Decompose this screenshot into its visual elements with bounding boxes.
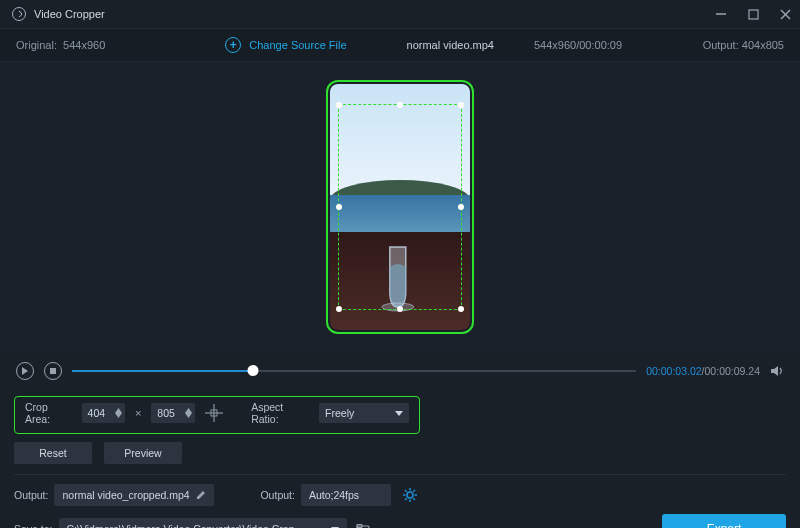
change-source-button[interactable]: + Change Source File xyxy=(225,37,346,53)
glass-illustration xyxy=(376,241,420,315)
svg-line-22 xyxy=(413,498,415,500)
output-format-field[interactable]: Auto;24fps xyxy=(301,484,391,506)
svg-line-21 xyxy=(405,490,407,492)
svg-marker-11 xyxy=(185,413,192,418)
crop-width-input[interactable]: 404 xyxy=(82,403,125,423)
video-preview[interactable] xyxy=(0,62,800,352)
stepper-icon[interactable] xyxy=(185,408,192,418)
timeline-thumb[interactable] xyxy=(247,365,258,376)
source-info-bar: Original: 544x960 + Change Source File n… xyxy=(0,28,800,62)
svg-line-24 xyxy=(405,498,407,500)
source-dimensions-duration: 544x960/00:00:09 xyxy=(534,39,622,51)
minimize-icon[interactable] xyxy=(714,7,728,21)
stop-button[interactable] xyxy=(44,362,62,380)
plus-icon: + xyxy=(225,37,241,53)
svg-marker-15 xyxy=(395,411,403,416)
original-label: Original: 544x960 xyxy=(16,39,105,51)
output-dimensions: Output: 404x805 xyxy=(703,39,784,51)
crop-area-label: Crop Area: xyxy=(25,401,72,425)
settings-icon[interactable] xyxy=(403,488,417,502)
svg-line-23 xyxy=(413,490,415,492)
svg-point-4 xyxy=(382,303,414,311)
play-button[interactable] xyxy=(16,362,34,380)
aspect-ratio-label: Aspect Ratio: xyxy=(251,401,309,425)
output-filename-field[interactable]: normal video_cropped.mp4 xyxy=(54,484,214,506)
timeline-slider[interactable] xyxy=(72,364,636,378)
source-filename: normal video.mp4 xyxy=(407,39,494,51)
crop-height-input[interactable]: 805 xyxy=(151,403,194,423)
close-icon[interactable] xyxy=(778,7,792,21)
video-thumbnail xyxy=(330,84,470,330)
time-display: 00:00:03.02/00:00:09.24 xyxy=(646,365,760,377)
output-section: Output: normal video_cropped.mp4 Output:… xyxy=(0,475,800,528)
window-controls xyxy=(714,7,792,21)
svg-point-16 xyxy=(407,492,413,498)
reset-button[interactable]: Reset xyxy=(14,442,92,464)
caret-down-icon xyxy=(395,411,403,416)
svg-rect-6 xyxy=(50,368,56,374)
title-bar: Video Cropper xyxy=(0,0,800,28)
svg-marker-7 xyxy=(771,366,778,376)
center-crop-icon[interactable] xyxy=(205,403,224,423)
action-buttons: Reset Preview xyxy=(14,442,786,464)
edit-icon[interactable] xyxy=(196,490,206,500)
export-button[interactable]: Export xyxy=(662,514,786,528)
highlight-frame xyxy=(326,80,474,334)
save-to-label: Save to: xyxy=(14,523,53,528)
playback-controls: 00:00:03.02/00:00:09.24 xyxy=(0,352,800,390)
app-title: Video Cropper xyxy=(34,8,105,20)
save-path-select[interactable]: C:\Vidmore\Vidmore Video Converter\Video… xyxy=(59,518,347,528)
svg-rect-1 xyxy=(749,10,758,19)
svg-marker-9 xyxy=(115,413,122,418)
crop-controls-highlight: Crop Area: 404 × 805 Aspect Ratio: Freel… xyxy=(14,396,420,434)
open-folder-icon[interactable] xyxy=(353,524,373,529)
app-logo-icon xyxy=(12,7,26,21)
maximize-icon[interactable] xyxy=(746,7,760,21)
stepper-icon[interactable] xyxy=(115,408,122,418)
output-file-label: Output: xyxy=(14,489,48,501)
svg-marker-5 xyxy=(22,367,28,375)
volume-icon[interactable] xyxy=(770,364,784,378)
multiply-label: × xyxy=(135,407,141,419)
preview-button[interactable]: Preview xyxy=(104,442,182,464)
output-format-label: Output: xyxy=(260,489,294,501)
aspect-ratio-select[interactable]: Freely xyxy=(319,403,409,423)
video-frame xyxy=(330,84,470,330)
